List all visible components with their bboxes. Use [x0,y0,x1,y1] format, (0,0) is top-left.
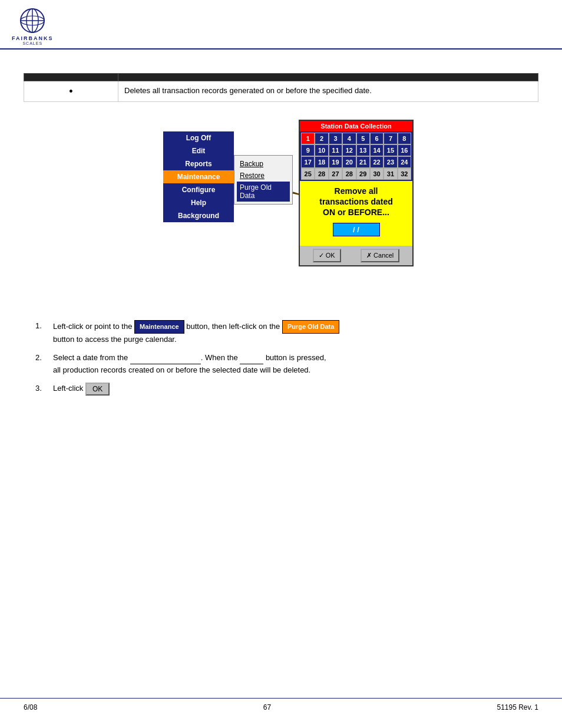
footer-page: 67 [263,703,271,711]
submenu-backup[interactable]: Backup [237,158,290,170]
cal-cell[interactable]: 28 [315,168,328,180]
cal-cell[interactable]: 20 [342,156,356,168]
dialog-body-text: Remove alltransactions datedON or BEFORE… [305,186,408,218]
brand-sub: SCALES [22,41,42,45]
screenshot-section: Log Off Edit Reports Maintenance Configu… [24,120,538,302]
cal-row-1: 1 2 3 4 5 6 7 8 [301,133,411,144]
purge-inline-btn[interactable]: Purge Old Data [282,320,339,334]
step-3-text: Left-click OK [53,383,527,396]
cal-cell[interactable]: 13 [356,144,370,156]
cal-cell[interactable]: 10 [315,144,328,156]
date-input[interactable]: / / [333,223,380,236]
instructions-section: 1. Left-click or point to the Maintenanc… [24,320,538,396]
cal-cell[interactable]: 3 [329,133,342,144]
submenu-purge[interactable]: Purge Old Data [237,182,290,202]
submenu-panel: Backup Restore Purge Old Data [234,155,293,205]
cal-cell[interactable]: 25 [301,168,315,180]
station-dialog: Station Data Collection 1 2 3 4 5 6 7 8 … [299,120,414,266]
page-footer: 6/08 67 51195 Rev. 1 [0,698,562,716]
cancel-button[interactable]: ✗ Cancel [361,249,399,262]
cal-cell[interactable]: 28 [342,168,356,180]
cal-cell[interactable]: 15 [384,144,397,156]
screenshot-container: Log Off Edit Reports Maintenance Configu… [134,120,428,302]
menu-item-edit[interactable]: Edit [163,144,234,157]
cal-cell[interactable]: 23 [384,156,397,168]
dialog-body: Remove alltransactions datedON or BEFORE… [300,181,412,246]
page-header: FAIRBANKS SCALES [0,0,562,50]
step-1-num: 1. [35,320,53,345]
menu-item-maintenance[interactable]: Maintenance [163,170,234,183]
step-2-text: Select a date from the . When the button… [53,352,527,375]
table-row: • Deletes all transaction records genera… [24,81,538,102]
calendar-grid: 1 2 3 4 5 6 7 8 9 10 11 12 13 [300,131,412,181]
cal-cell[interactable]: 9 [301,144,315,156]
cal-cell[interactable]: 2 [315,133,328,144]
cal-cell[interactable]: 27 [329,168,342,180]
instruction-1: 1. Left-click or point to the Maintenanc… [35,320,527,345]
menu-item-background[interactable]: Background [163,209,234,222]
cal-cell[interactable]: 1 [301,133,315,144]
cal-cell[interactable]: 8 [398,133,411,144]
cal-cell[interactable]: 19 [329,156,342,168]
menu-item-reports[interactable]: Reports [163,157,234,170]
menu-panel: Log Off Edit Reports Maintenance Configu… [163,131,234,222]
features-table: • Deletes all transaction records genera… [24,73,538,102]
submenu-restore[interactable]: Restore [237,170,290,182]
bullet-icon: • [69,85,72,97]
ok-button[interactable]: ✓ OK [313,249,341,262]
menu-item-configure[interactable]: Configure [163,183,234,196]
cal-cell[interactable]: 30 [370,168,384,180]
table-section: • Deletes all transaction records genera… [24,73,538,102]
dialog-buttons: ✓ OK ✗ Cancel [300,246,412,265]
ok-inline-button[interactable]: OK [85,383,110,396]
menu-item-help[interactable]: Help [163,196,234,209]
cal-row-2: 9 10 11 12 13 14 15 16 [301,144,411,156]
cal-cell[interactable]: 11 [329,144,342,156]
cal-cell[interactable]: 22 [370,156,384,168]
cal-row-3: 17 18 19 20 21 22 23 24 [301,156,411,168]
cal-cell[interactable]: 31 [384,168,397,180]
logo-area: FAIRBANKS SCALES [12,6,54,45]
bullet-cell: • [24,81,118,102]
step-3-num: 3. [35,383,53,396]
step-2-num: 2. [35,352,53,375]
instruction-3: 3. Left-click OK [35,383,527,396]
footer-doc-num: 51195 Rev. 1 [497,703,539,711]
cal-cell[interactable]: 18 [315,156,328,168]
step-1-text: Left-click or point to the Maintenance b… [53,320,527,345]
cal-cell[interactable]: 5 [356,133,370,144]
col1-header [24,74,118,81]
brand-name: FAIRBANKS [12,35,54,41]
description-cell: Deletes all transaction records generate… [118,81,538,102]
footer-date: 6/08 [24,703,37,711]
cal-row-4: 25 28 27 28 29 30 31 32 [301,168,411,180]
cal-cell[interactable]: 29 [356,168,370,180]
cal-cell[interactable]: 14 [370,144,384,156]
cal-cell[interactable]: 6 [370,133,384,144]
globe-icon [18,6,47,35]
col2-header [118,74,538,81]
cal-cell[interactable]: 12 [342,144,356,156]
cal-cell[interactable]: 21 [356,156,370,168]
cal-cell[interactable]: 24 [398,156,411,168]
cal-cell[interactable]: 16 [398,144,411,156]
instruction-2: 2. Select a date from the . When the but… [35,352,527,375]
maintenance-inline-btn[interactable]: Maintenance [134,320,184,334]
cal-cell[interactable]: 4 [342,133,356,144]
cal-cell[interactable]: 17 [301,156,315,168]
main-content: • Deletes all transaction records genera… [0,50,562,414]
date-input-row: / / [305,223,408,236]
cal-cell[interactable]: 32 [398,168,411,180]
station-title: Station Data Collection [300,121,412,131]
cal-cell[interactable]: 7 [384,133,397,144]
menu-item-logoff[interactable]: Log Off [163,131,234,144]
